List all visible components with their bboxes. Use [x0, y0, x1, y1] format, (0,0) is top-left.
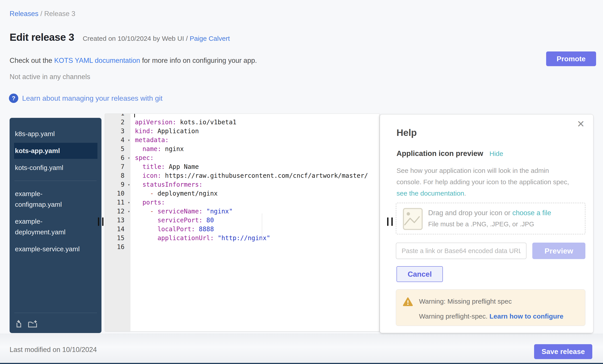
created-meta: Created on 10/10/2024 by Web UI / Paige … [83, 35, 230, 42]
line-number: 9▾ [105, 180, 130, 189]
code-line[interactable]: 8 icon: https://raw.githubusercontent.co… [105, 171, 380, 180]
file-tree-panel: k8s-app.yamlkots-app.yamlkots-config.yam… [10, 118, 102, 333]
code-line[interactable]: 14 localPort: 8888 [105, 225, 380, 234]
line-number: 11▾ [105, 198, 130, 207]
file-tree-actions [15, 320, 37, 328]
code-text: applicationUrl: "http://nginx" [130, 234, 380, 243]
file-tree-divider [14, 313, 97, 313]
code-line[interactable]: 9▾ statusInformers: [105, 180, 380, 189]
icon-preview-description: See how your application icon will look … [396, 165, 569, 199]
choose-file-link[interactable]: choose a file [512, 209, 551, 217]
line-number: 16 [105, 243, 130, 252]
code-text: statusInformers: [130, 180, 380, 189]
code-line[interactable]: 6▾spec: [105, 154, 380, 162]
file-tree-item[interactable]: example-configmap.yaml [14, 186, 97, 212]
close-icon[interactable]: ✕ [577, 119, 585, 129]
see-documentation-link[interactable]: see the documentation [396, 189, 464, 197]
help-panel: ✕ Help Application icon preview Hide See… [380, 114, 593, 333]
fold-arrow-icon[interactable]: ▾ [128, 198, 130, 207]
indent-guide [262, 214, 262, 240]
line-number: 13 [105, 216, 130, 225]
fold-arrow-icon[interactable]: ▾ [128, 136, 130, 144]
fold-arrow-icon[interactable]: ▾ [128, 207, 130, 216]
code-text: localPort: 8888 [130, 225, 380, 234]
line-number: 10 [105, 189, 130, 198]
code-line[interactable]: 15 applicationUrl: "http://nginx" [105, 234, 380, 243]
icon-url-row: Preview [396, 243, 585, 259]
code-text: name: nginx [130, 144, 380, 154]
file-tree-item[interactable]: k8s-app.yaml [14, 126, 97, 142]
yaml-editor[interactable]: 1---2apiVersion: kots.io/v1beta13kind: A… [105, 114, 380, 331]
editor-lines: 1---2apiVersion: kots.io/v1beta13kind: A… [105, 114, 380, 252]
file-tree-item[interactable]: kots-app.yaml [14, 143, 97, 159]
breadcrumb-separator: / [40, 10, 44, 18]
save-release-button[interactable]: Save release [534, 344, 592, 359]
icon-preview-header: Application icon preview Hide [396, 149, 503, 158]
file-tree-separator [14, 181, 97, 181]
warning-triangle-icon [403, 297, 413, 308]
code-text: --- [130, 114, 380, 118]
line-number: 12▾ [105, 207, 130, 216]
cancel-button[interactable]: Cancel [396, 266, 443, 282]
git-releases-link[interactable]: Learn about managing your releases with … [22, 94, 162, 102]
docs-prefix: Check out the [10, 56, 54, 64]
code-line[interactable]: 16 [105, 243, 380, 252]
created-author-link[interactable]: Paige Calvert [190, 35, 230, 42]
configure-preflight-link[interactable]: Learn how to configure [489, 312, 564, 320]
code-text: ports: [130, 198, 380, 207]
line-number: 3 [105, 127, 130, 136]
promote-button[interactable]: Promote [546, 52, 596, 66]
code-line[interactable]: 3kind: Application [105, 127, 380, 136]
code-line[interactable]: 5 name: nginx [105, 144, 380, 154]
pane-resize-handle-left[interactable] [98, 217, 105, 226]
code-text: kind: Application [130, 127, 380, 136]
line-number: 4▾ [105, 136, 130, 144]
file-tree-item[interactable]: kots-config.yaml [14, 160, 97, 176]
icon-url-input[interactable] [396, 243, 526, 259]
help-panel-title: Help [396, 127, 417, 138]
line-number: 2 [105, 118, 130, 127]
last-modified-text: Last modified on 10/10/2024 [10, 346, 97, 354]
code-text: - serviceName: "nginx" [130, 207, 380, 216]
file-tree-list: k8s-app.yamlkots-app.yamlkots-config.yam… [10, 118, 102, 257]
breadcrumb-releases-link[interactable]: Releases [10, 10, 38, 18]
line-number: 1 [105, 114, 130, 118]
preview-button[interactable]: Preview [532, 243, 585, 259]
dropzone-file-types: File must be a .PNG, .JPEG, or .JPG [428, 221, 534, 228]
icon-dropzone[interactable]: Drag and drop your icon or choose a file… [396, 203, 585, 234]
text-cursor [134, 114, 135, 117]
pane-resize-handle-right[interactable] [387, 217, 395, 226]
add-folder-icon[interactable] [28, 320, 37, 328]
kots-yaml-docs-link[interactable]: KOTS YAML documentation [54, 56, 140, 64]
line-number: 15 [105, 234, 130, 243]
code-line[interactable]: 10 - deployment/nginx [105, 189, 380, 198]
code-line[interactable]: 4▾metadata: [105, 136, 380, 144]
code-line[interactable]: 7 title: App Name [105, 162, 380, 171]
page-title: Edit release 3 [10, 31, 74, 43]
dropzone-text: Drag and drop your icon or choose a file [428, 209, 551, 217]
file-tree-item[interactable]: example-service.yaml [14, 241, 97, 257]
code-line[interactable]: 12▾ - serviceName: "nginx" [105, 207, 380, 216]
description-line-1: See how your application icon will look … [396, 165, 569, 176]
code-line[interactable]: 1--- [105, 114, 380, 118]
add-file-icon[interactable] [15, 320, 23, 328]
code-line[interactable]: 11▾ ports: [105, 198, 380, 207]
file-tree-item[interactable]: example-deployment.yaml [14, 213, 97, 240]
created-text: Created on 10/10/2024 by Web UI / [83, 35, 190, 42]
code-text: metadata: [130, 136, 380, 144]
question-icon: ? [9, 94, 18, 103]
code-text: title: App Name [130, 162, 380, 171]
breadcrumb-current: Release 3 [44, 10, 75, 18]
code-text: icon: https://raw.githubusercontent.com/… [130, 171, 380, 180]
fold-arrow-icon[interactable]: ▾ [128, 154, 130, 162]
line-number: 5 [105, 144, 130, 154]
code-text: spec: [130, 154, 380, 162]
fold-arrow-icon[interactable]: ▾ [128, 180, 130, 189]
code-line[interactable]: 2apiVersion: kots.io/v1beta1 [105, 118, 380, 127]
code-text [130, 243, 380, 252]
code-line[interactable]: 13 servicePort: 80 [105, 216, 380, 225]
hide-link[interactable]: Hide [489, 150, 503, 157]
code-text: servicePort: 80 [130, 216, 380, 225]
breadcrumb: Releases / Release 3 [10, 10, 75, 18]
line-number: 14 [105, 225, 130, 234]
